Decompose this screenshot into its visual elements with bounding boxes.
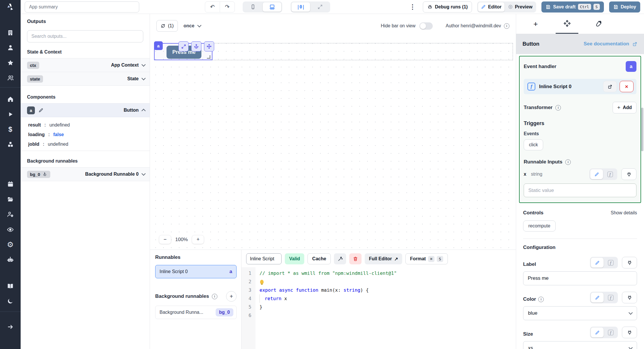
edit-pencil-icon[interactable] — [38, 108, 44, 113]
left-nav-rail: $ ⚙ — [0, 0, 21, 349]
scrollbar-thumb[interactable] — [641, 108, 643, 151]
script-name-input[interactable] — [246, 253, 282, 264]
building-icon[interactable] — [0, 25, 21, 40]
eye-icon[interactable] — [0, 222, 21, 237]
see-documentation-link[interactable]: See documentation — [584, 41, 638, 47]
expression-mode-button[interactable]: ƒ — [604, 169, 616, 179]
redo-button[interactable]: ↷ — [220, 2, 235, 12]
pencil-icon — [481, 4, 486, 9]
static-mode-button[interactable] — [591, 293, 604, 302]
expression-mode-button[interactable]: ƒ — [604, 258, 617, 268]
panel-scrollbar — [641, 14, 643, 349]
static-mode-button[interactable] — [590, 169, 603, 179]
save-draft-button[interactable]: Save draft Ctrl S — [541, 1, 604, 13]
info-icon: i — [555, 105, 561, 111]
expression-mode-button[interactable]: ƒ — [604, 293, 617, 302]
component-row-button[interactable]: a Button — [21, 103, 150, 117]
desktop-view-button[interactable] — [263, 2, 281, 12]
tab-styling[interactable] — [587, 14, 610, 34]
background-runnable-item[interactable]: Background Runna... bg_0 — [155, 306, 237, 319]
star-icon[interactable] — [0, 55, 21, 70]
connect-input-button[interactable] — [622, 292, 637, 303]
remove-script-button[interactable]: × — [620, 81, 634, 92]
ai-wand-button[interactable] — [334, 253, 346, 264]
external-link-icon — [632, 41, 638, 47]
click-event-chip: click — [524, 139, 543, 150]
calendar-icon[interactable] — [0, 177, 21, 192]
moon-icon[interactable] — [0, 293, 21, 309]
resize-handle[interactable] — [207, 55, 210, 59]
delete-script-button[interactable] — [349, 253, 362, 264]
expand-handle[interactable] — [178, 41, 189, 51]
open-script-button[interactable] — [603, 81, 617, 92]
app-summary-input[interactable] — [25, 1, 139, 13]
chevron-down-icon — [142, 76, 146, 80]
deploy-button[interactable]: Deploy — [609, 1, 640, 13]
format-button[interactable]: Format ⌘ S — [405, 253, 448, 264]
tab-add-component[interactable]: + — [524, 14, 547, 34]
save-icon — [613, 4, 618, 10]
preview-tab[interactable]: Preview — [505, 2, 535, 12]
background-runnable-row[interactable]: bg_0 Background Runnable 0 — [21, 167, 150, 181]
static-mode-button[interactable] — [591, 327, 604, 337]
play-icon[interactable] — [0, 107, 21, 122]
user-cog-icon[interactable] — [0, 207, 21, 222]
topbar: ↶ ↷ |0| ⋮ Debug runs (1) Editor Preview … — [21, 0, 644, 14]
dollar-icon[interactable]: $ — [0, 122, 21, 137]
zoom-out-button[interactable]: − — [159, 235, 171, 244]
color-select[interactable]: blue — [523, 306, 637, 320]
add-background-runnable-button[interactable]: + — [226, 291, 237, 302]
zoom-in-button[interactable]: + — [192, 235, 204, 244]
book-icon[interactable] — [0, 278, 21, 293]
prop-jobid: jobId:undefined — [28, 139, 150, 149]
add-transformer-button[interactable]: + Add — [613, 102, 636, 113]
inline-script-item[interactable]: Inline Script 0 a — [155, 265, 237, 278]
cache-button[interactable]: Cache — [307, 253, 331, 264]
cubes-icon[interactable] — [0, 137, 21, 152]
home-icon[interactable] — [0, 92, 21, 107]
windmill-logo[interactable] — [0, 0, 21, 14]
robot-icon[interactable] — [0, 252, 21, 267]
size-select[interactable]: xs — [523, 341, 637, 349]
anchor-handle[interactable] — [191, 41, 201, 51]
mobile-view-button[interactable] — [244, 2, 262, 12]
inline-script-row[interactable]: ƒ Inline Script 0 × — [524, 79, 636, 94]
move-handle[interactable] — [204, 41, 214, 51]
output-row-ctx[interactable]: ctx App Context — [21, 58, 150, 72]
connect-input-button[interactable] — [622, 257, 637, 268]
background-runnables-title: Background runnables — [27, 159, 143, 164]
users-icon[interactable] — [0, 70, 21, 86]
fullscreen-layout-button[interactable] — [311, 2, 329, 12]
chevron-down-icon — [197, 23, 201, 27]
chevron-down-icon — [142, 63, 146, 67]
full-editor-button[interactable]: Full Editor ↗ — [365, 253, 402, 264]
static-mode-button[interactable] — [591, 258, 604, 268]
tab-component-settings[interactable] — [556, 14, 578, 34]
search-outputs-input[interactable] — [27, 30, 143, 42]
output-row-state[interactable]: state State — [21, 72, 150, 86]
debug-runs-button[interactable]: Debug runs (1) — [423, 1, 472, 13]
more-menu-button[interactable]: ⋮ — [408, 3, 418, 11]
connect-input-button[interactable] — [622, 327, 637, 338]
static-value-input[interactable] — [524, 184, 636, 197]
user-icon[interactable] — [0, 40, 21, 55]
label-value-input[interactable] — [523, 271, 637, 285]
canvas-grid[interactable]: a Press me − 100% + — [150, 38, 516, 250]
expression-mode-button[interactable]: ƒ — [604, 327, 617, 337]
center-layout-button[interactable]: |0| — [291, 2, 310, 12]
gear-icon[interactable]: ⚙ — [0, 237, 21, 252]
component-props: result:undefined loading:false jobId:und… — [21, 117, 150, 151]
undo-button[interactable]: ↶ — [205, 2, 220, 12]
folder-icon[interactable] — [0, 192, 21, 207]
connect-input-button[interactable] — [621, 168, 636, 180]
refresh-runnables-button[interactable]: (1) — [156, 20, 178, 32]
arrow-right-icon[interactable] — [0, 319, 21, 334]
refresh-icon — [160, 23, 166, 29]
schedule-dropdown[interactable]: once — [184, 23, 201, 29]
canvas-area: (1) once Hide bar on view Author henri@w… — [150, 14, 516, 250]
inline-script-badge: a — [230, 269, 232, 275]
editor-tab[interactable]: Editor — [478, 2, 504, 12]
recompute-chip[interactable]: recompute — [523, 220, 556, 232]
hide-bar-toggle[interactable] — [419, 22, 433, 30]
show-details-link[interactable]: Show details — [611, 210, 637, 216]
